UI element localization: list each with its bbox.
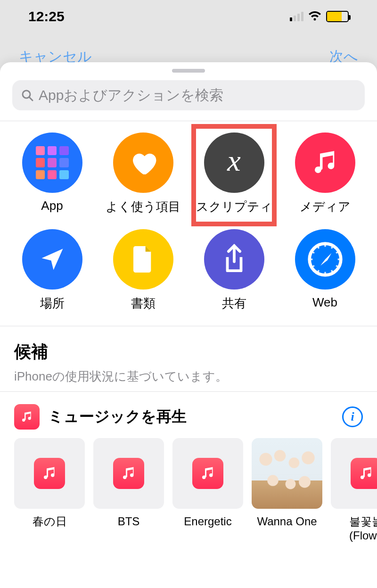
sheet-grabber[interactable] bbox=[172, 69, 205, 73]
music-app-icon bbox=[14, 404, 40, 430]
category-documents[interactable]: 書類 bbox=[98, 229, 188, 312]
wifi-icon bbox=[308, 11, 321, 22]
category-location[interactable]: 場所 bbox=[7, 229, 98, 312]
music-cover-icon bbox=[331, 438, 377, 509]
category-label: 共有 bbox=[222, 295, 246, 312]
doc-icon bbox=[113, 229, 173, 290]
category-scripting[interactable]: xスクリプティ bbox=[188, 133, 279, 215]
music-item-label: Wanna One bbox=[257, 514, 317, 529]
category-grid: Appよく使う項目xスクリプティメディア場所書類共有Web bbox=[0, 121, 377, 326]
music-item-label: BTS bbox=[118, 514, 140, 529]
search-icon bbox=[21, 89, 34, 102]
cellular-icon bbox=[290, 12, 303, 21]
category-favorites[interactable]: よく使う項目 bbox=[98, 133, 188, 215]
category-label: App bbox=[41, 199, 63, 213]
music-cover-icon bbox=[172, 438, 243, 509]
music-item[interactable]: BTS bbox=[93, 438, 164, 543]
status-bar: 12:25 bbox=[0, 0, 377, 33]
category-media[interactable]: メディア bbox=[279, 133, 370, 215]
suggestions-subtitle: iPhoneの使用状況に基づいています。 bbox=[14, 368, 363, 385]
search-placeholder: Appおよびアクションを検索 bbox=[39, 86, 223, 105]
category-app[interactable]: App bbox=[7, 133, 98, 215]
music-item-label: Energetic bbox=[184, 514, 231, 529]
music-suggestion-block: ミュージックを再生 i 春の日BTSEnergeticWanna One불꽃놀 … bbox=[0, 392, 377, 547]
battery-icon bbox=[326, 11, 349, 22]
suggestions-header: 候補 iPhoneの使用状況に基づいています。 bbox=[0, 326, 377, 391]
music-item[interactable]: Wanna One bbox=[252, 438, 322, 543]
music-item[interactable]: 불꽃놀 (Flowe bbox=[331, 438, 377, 543]
info-button[interactable]: i bbox=[342, 406, 363, 427]
category-label: スクリプティ bbox=[196, 199, 272, 215]
suggestions-title: 候補 bbox=[14, 340, 363, 364]
music-block-title: ミュージックを再生 bbox=[48, 406, 334, 427]
album-art bbox=[252, 438, 322, 509]
music-cover-icon bbox=[93, 438, 164, 509]
x-italic-icon: x bbox=[204, 133, 264, 193]
arrow-icon bbox=[22, 229, 82, 290]
launchpad-icon bbox=[22, 133, 82, 193]
music-item[interactable]: 春の日 bbox=[14, 438, 85, 543]
svg-line-1 bbox=[30, 98, 33, 101]
share-icon bbox=[204, 229, 264, 290]
category-label: 場所 bbox=[40, 295, 65, 312]
category-label: Web bbox=[312, 295, 337, 310]
heart-icon bbox=[113, 133, 173, 193]
status-time: 12:25 bbox=[28, 8, 65, 25]
category-label: 書類 bbox=[131, 295, 156, 312]
category-label: メディア bbox=[300, 199, 351, 215]
safari-icon bbox=[295, 229, 355, 290]
music-item[interactable]: Energetic bbox=[172, 438, 243, 543]
music-icon bbox=[295, 133, 355, 193]
action-sheet: Appおよびアクションを検索 Appよく使う項目xスクリプティメディア場所書類共… bbox=[0, 62, 377, 588]
music-item-label: 불꽃놀 (Flowe bbox=[331, 514, 377, 543]
music-items-row[interactable]: 春の日BTSEnergeticWanna One불꽃놀 (Flowe bbox=[14, 438, 377, 547]
search-input[interactable]: Appおよびアクションを検索 bbox=[12, 80, 365, 110]
music-item-label: 春の日 bbox=[33, 514, 67, 529]
status-right bbox=[290, 11, 349, 22]
category-share[interactable]: 共有 bbox=[188, 229, 279, 312]
category-label: よく使う項目 bbox=[106, 199, 180, 215]
category-web[interactable]: Web bbox=[279, 229, 370, 312]
music-cover-icon bbox=[14, 438, 85, 509]
